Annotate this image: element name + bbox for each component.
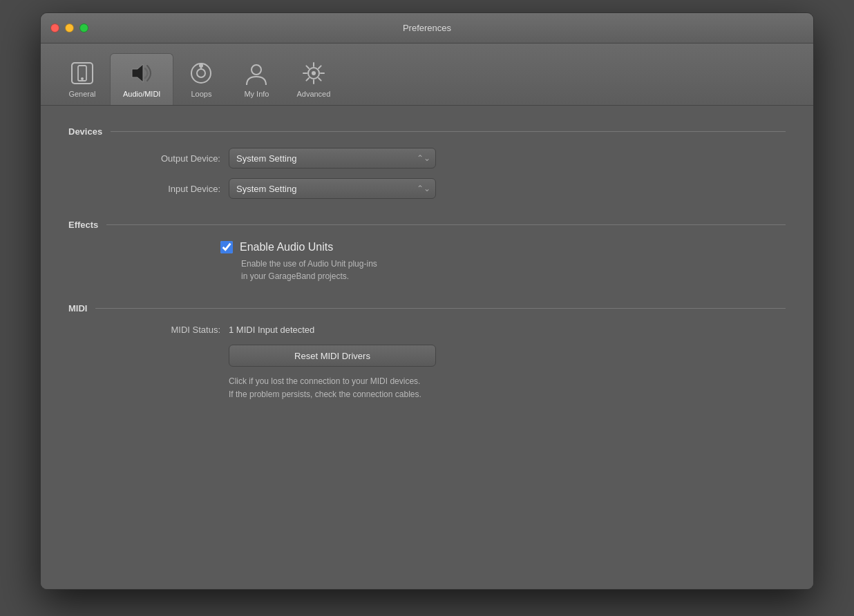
- minimize-button[interactable]: [65, 23, 74, 32]
- midi-section-header: MIDI: [68, 303, 786, 314]
- maximize-button[interactable]: [79, 23, 88, 32]
- effects-section-header: Effects: [68, 220, 786, 230]
- output-device-row: Output Device: System Setting ⌃⌄: [68, 148, 786, 169]
- output-device-select[interactable]: System Setting: [229, 148, 436, 169]
- my-info-icon: [243, 59, 270, 87]
- tab-general-label: General: [68, 90, 95, 98]
- loops-icon: [187, 59, 215, 87]
- svg-line-16: [319, 66, 321, 68]
- toolbar: General Audio/MIDI: [41, 44, 813, 106]
- reset-midi-drivers-button[interactable]: Reset MIDI Drivers: [229, 345, 436, 367]
- preferences-window: Preferences General: [40, 12, 814, 590]
- effects-section-title: Effects: [68, 220, 98, 230]
- tab-audio-midi[interactable]: Audio/MIDI: [110, 53, 173, 105]
- midi-section-title: MIDI: [68, 303, 87, 314]
- devices-section-header: Devices: [68, 126, 786, 137]
- tab-audio-midi-label: Audio/MIDI: [123, 90, 160, 98]
- enable-audio-units-desc: Enable the use of Audio Unit plug-ins in…: [220, 258, 786, 282]
- svg-point-9: [312, 71, 316, 75]
- input-device-select[interactable]: System Setting: [229, 178, 436, 199]
- svg-point-7: [252, 65, 261, 75]
- titlebar: Preferences: [41, 13, 813, 44]
- input-device-row: Input Device: System Setting ⌃⌄: [68, 178, 786, 199]
- input-device-label: Input Device:: [110, 184, 220, 194]
- output-device-select-wrapper: System Setting ⌃⌄: [229, 148, 436, 169]
- tab-loops-label: Loops: [191, 90, 211, 98]
- midi-hint: Click if you lost the connection to your…: [68, 375, 786, 401]
- svg-point-5: [197, 69, 205, 77]
- window-controls: [50, 23, 88, 32]
- tab-loops[interactable]: Loops: [173, 54, 229, 105]
- preferences-content: Devices Output Device: System Setting ⌃⌄…: [41, 106, 813, 589]
- svg-line-17: [306, 78, 309, 81]
- svg-point-2: [81, 77, 84, 80]
- tab-advanced-label: Advanced: [296, 90, 330, 98]
- enable-audio-units-row: Enable Audio Units: [220, 241, 786, 253]
- tab-my-info-label: My Info: [244, 90, 269, 98]
- audio-midi-icon: [128, 59, 155, 87]
- enable-audio-units-checkbox[interactable]: [220, 241, 233, 253]
- input-device-select-wrapper: System Setting ⌃⌄: [229, 178, 436, 199]
- window-title: Preferences: [403, 23, 451, 33]
- close-button[interactable]: [50, 23, 59, 32]
- effects-divider: [106, 224, 786, 225]
- devices-section: Devices Output Device: System Setting ⌃⌄…: [68, 126, 786, 199]
- output-device-label: Output Device:: [110, 153, 220, 164]
- tab-advanced[interactable]: Advanced: [284, 54, 343, 105]
- midi-section: MIDI MIDI Status: 1 MIDI Input detected …: [68, 303, 786, 401]
- svg-line-15: [319, 78, 321, 81]
- advanced-icon: [300, 59, 328, 87]
- midi-status-value: 1 MIDI Input detected: [229, 325, 314, 335]
- devices-divider: [111, 131, 786, 132]
- midi-divider: [95, 308, 786, 309]
- general-icon: [68, 59, 96, 87]
- effects-section: Effects Enable Audio Units Enable the us…: [68, 220, 786, 282]
- tab-my-info[interactable]: My Info: [229, 54, 284, 105]
- tab-general[interactable]: General: [55, 54, 110, 105]
- svg-line-14: [306, 66, 309, 68]
- devices-section-title: Devices: [68, 126, 102, 137]
- svg-marker-3: [132, 64, 143, 82]
- enable-audio-units-label: Enable Audio Units: [240, 241, 333, 253]
- midi-status-row: MIDI Status: 1 MIDI Input detected: [68, 325, 786, 335]
- midi-status-label: MIDI Status:: [110, 325, 220, 335]
- svg-point-6: [199, 64, 203, 68]
